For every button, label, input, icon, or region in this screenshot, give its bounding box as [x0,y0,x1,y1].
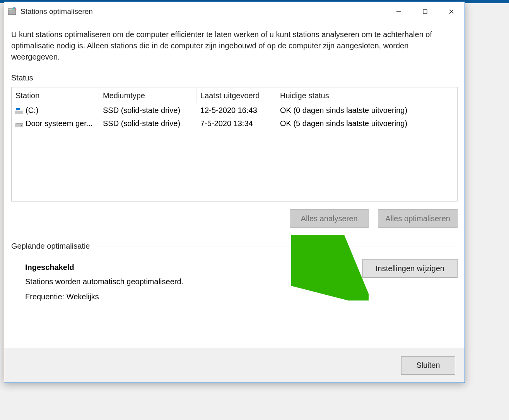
cell-station: Door systeem ger... [12,118,99,130]
divider [96,246,458,246]
app-icon [7,7,17,16]
titlebar[interactable]: Stations optimaliseren [4,2,465,21]
cell-medium: SSD (solid-state drive) [99,118,196,130]
schedule-box: Ingeschakeld Stations worden automatisch… [11,255,458,309]
cell-status: OK (0 dagen sinds laatste uitvoering) [276,104,457,116]
dialog-footer: Sluiten [4,348,465,382]
maximize-button[interactable] [412,2,438,21]
svg-point-14 [21,125,22,126]
analyze-all-button[interactable]: Alles analyseren [290,209,369,228]
window-title: Stations optimaliseren [20,7,386,16]
minimize-button[interactable] [386,2,412,21]
svg-rect-12 [16,111,18,111]
table-row[interactable]: (C:) SSD (solid-state drive) 12-5-2020 1… [12,104,457,117]
column-mediumtype[interactable]: Mediumtype [99,88,196,103]
svg-point-3 [15,9,17,10]
station-name: (C:) [26,106,38,115]
content-area: U kunt stations optimaliseren om de comp… [4,21,465,348]
svg-point-4 [12,9,14,10]
status-section-header: Status [11,73,458,82]
column-last-run[interactable]: Laatst uitgevoerd [196,88,276,103]
close-button[interactable] [438,2,465,21]
action-buttons: Alles analyseren Alles optimaliseren [11,209,458,228]
cell-last-run: 12-5-2020 16:43 [196,104,276,116]
drives-table[interactable]: Station Mediumtype Laatst uitgevoerd Hui… [11,87,458,201]
description-text: U kunt stations optimaliseren om de comp… [11,29,458,63]
windows-drive-icon [15,107,23,113]
cell-last-run: 7-5-2020 13:34 [196,118,276,130]
drive-icon [15,120,23,126]
svg-rect-6 [423,10,427,14]
status-label: Status [11,73,39,82]
optimize-drives-window: Stations optimaliseren U kunt stations o… [4,2,465,383]
cell-medium: SSD (solid-state drive) [99,104,196,116]
cell-status: OK (5 dagen sinds laatste uitvoering) [276,118,457,130]
cell-station: (C:) [12,104,99,116]
svg-rect-11 [18,108,20,110]
svg-rect-0 [8,11,16,15]
column-current-status[interactable]: Huidige status [276,88,457,103]
table-row[interactable]: Door systeem ger... SSD (solid-state dri… [12,117,457,130]
column-station[interactable]: Station [12,88,99,103]
table-body: (C:) SSD (solid-state drive) 12-5-2020 1… [12,104,457,130]
window-controls [386,2,465,21]
station-name: Door systeem ger... [26,119,92,128]
schedule-label: Geplande optimalisatie [11,242,96,251]
optimize-all-button[interactable]: Alles optimaliseren [378,209,458,228]
svg-rect-9 [15,111,23,114]
table-header: Station Mediumtype Laatst uitgevoerd Hui… [12,87,457,104]
close-dialog-button[interactable]: Sluiten [401,356,455,375]
close-icon [449,9,454,14]
maximize-icon [422,9,428,14]
divider [39,78,458,78]
svg-rect-10 [16,108,18,110]
schedule-frequency: Frequentie: Wekelijks [25,292,458,301]
minimize-icon [396,9,401,14]
change-settings-button[interactable]: Instellingen wijzigen [362,259,458,278]
schedule-description: Stations worden automatisch geoptimalise… [25,277,458,286]
schedule-section-header: Geplande optimalisatie [11,242,458,251]
